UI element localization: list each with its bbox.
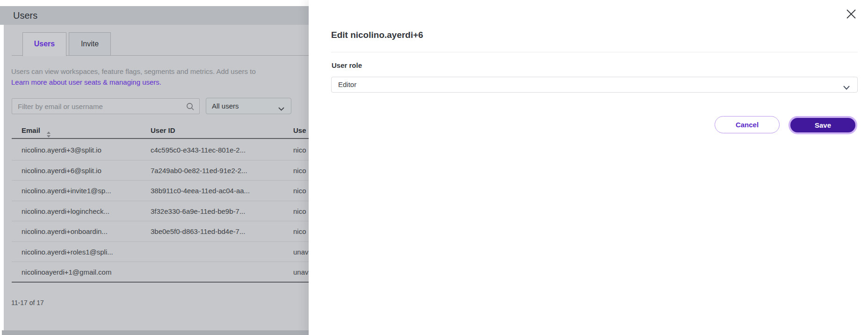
cell-email: nicolino.ayerdi+roles1@spli...: [22, 242, 113, 262]
chevron-down-icon: [278, 104, 284, 113]
user-role-select[interactable]: Editor: [331, 77, 858, 93]
cell-user: nico: [293, 221, 306, 241]
column-header-email[interactable]: Email: [22, 122, 40, 139]
cell-user-id: 7a249ab0-0e82-11ed-91e2-2...: [151, 160, 247, 181]
users-description: Users can view workspaces, feature flags…: [11, 67, 256, 75]
column-header-user: Use: [293, 122, 306, 139]
table-row: nicolino.ayerdi+invite1@sp... 38b911c0-4…: [12, 181, 311, 201]
cell-email: nicolinoayerdi+1@gmail.com: [22, 262, 111, 282]
cell-email: nicolino.ayerdi+onboardin...: [22, 221, 108, 241]
bottom-band: [2, 330, 311, 335]
edit-user-drawer: Edit nicolino.ayerdi+6 User role Editor …: [309, 0, 868, 335]
table-row: nicolinoayerdi+1@gmail.com unav: [12, 262, 311, 283]
user-scope-dropdown[interactable]: All users: [206, 98, 291, 114]
table-row: nicolino.ayerdi+3@split.io c4c595c0-e343…: [12, 140, 311, 160]
cell-email: nicolino.ayerdi+invite1@sp...: [22, 181, 111, 201]
cell-user: unav: [293, 242, 309, 262]
save-button[interactable]: Save: [790, 118, 855, 132]
cell-user-id: 3f32e330-6a9e-11ed-be9b-7...: [151, 201, 245, 221]
search-icon: [186, 102, 195, 113]
page-header-band: Users: [0, 6, 311, 25]
pagination-status: 11-17 of 17: [11, 299, 44, 306]
table-row: nicolino.ayerdi+logincheck... 3f32e330-6…: [12, 201, 311, 222]
close-icon[interactable]: [846, 8, 857, 20]
filter-input[interactable]: [12, 99, 199, 114]
tab-invite-label: Invite: [81, 40, 99, 48]
cell-user: unav: [293, 262, 309, 282]
tab-invite[interactable]: Invite: [69, 32, 111, 56]
user-scope-dropdown-value: All users: [212, 98, 239, 114]
cell-email: nicolino.ayerdi+3@split.io: [22, 140, 101, 160]
chevron-down-icon: [843, 83, 850, 92]
table-row: nicolino.ayerdi+6@split.io 7a249ab0-0e82…: [12, 160, 311, 181]
users-table-body: nicolino.ayerdi+3@split.io c4c595c0-e343…: [12, 140, 311, 283]
user-role-select-value: Editor: [338, 77, 356, 92]
table-header-row: Email User ID Use: [12, 122, 311, 139]
tab-users[interactable]: Users: [22, 32, 66, 56]
drawer-title: Edit nicolino.ayerdi+6: [331, 30, 423, 40]
learn-more-link[interactable]: Learn more about user seats & managing u…: [11, 78, 161, 86]
cell-user-id: c4c595c0-e343-11ec-801e-2...: [151, 140, 246, 160]
cell-user: nico: [293, 160, 306, 181]
users-admin-page: Users Users Invite Users can view worksp…: [0, 0, 868, 335]
tab-users-label: Users: [34, 40, 55, 48]
cell-user-id: 38b911c0-4eea-11ed-ac04-aa...: [151, 181, 250, 201]
cell-email: nicolino.ayerdi+logincheck...: [22, 201, 109, 221]
user-role-label: User role: [332, 61, 362, 69]
page-title: Users: [0, 6, 311, 25]
cell-user: nico: [293, 201, 306, 221]
column-header-user-id: User ID: [151, 122, 175, 139]
cancel-button[interactable]: Cancel: [715, 116, 780, 133]
cell-email: nicolino.ayerdi+6@split.io: [22, 160, 101, 181]
table-row: nicolino.ayerdi+onboardin... 3be0e5f0-d8…: [12, 221, 311, 242]
cell-user: nico: [293, 140, 306, 160]
drawer-divider: [331, 52, 858, 52]
table-row: nicolino.ayerdi+roles1@spli... unav: [12, 242, 311, 262]
filter-input-wrapper: [12, 98, 200, 114]
cell-user: nico: [293, 181, 306, 201]
cell-user-id: 3be0e5f0-d863-11ed-bd4e-7...: [151, 221, 245, 241]
